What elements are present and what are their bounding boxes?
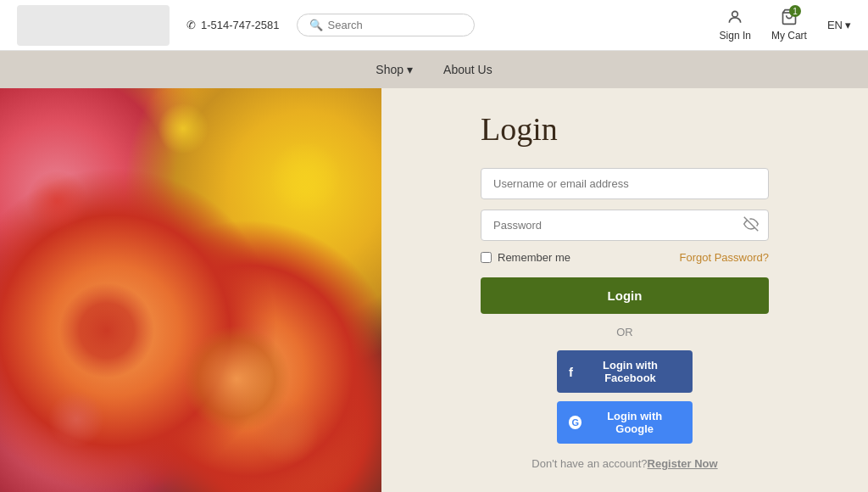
login-box: Login Remember me Forgot Password? (481, 110, 769, 470)
phone-icon: ✆ (186, 19, 196, 31)
toggle-password-icon[interactable] (743, 216, 759, 235)
header-left: ✆ 1-514-747-2581 🔍 (17, 5, 475, 46)
header: ✆ 1-514-747-2581 🔍 Sign In 1 My Cart EN … (0, 0, 868, 51)
remember-me-label[interactable]: Remember me (481, 251, 570, 264)
google-login-button[interactable]: G Login with Google (557, 401, 693, 444)
roses-background (0, 88, 381, 492)
or-divider: OR (481, 326, 769, 338)
user-icon (726, 8, 743, 28)
main-content: Login Remember me Forgot Password? (0, 88, 868, 492)
login-panel: Login Remember me Forgot Password? (381, 88, 868, 492)
remember-row: Remember me Forgot Password? (481, 251, 769, 264)
register-text: Don't have an account?Register Now (481, 457, 769, 470)
search-input[interactable] (328, 19, 464, 31)
facebook-icon: f (569, 365, 573, 379)
cart-button[interactable]: 1 My Cart (771, 8, 807, 42)
username-input[interactable] (481, 168, 769, 199)
nav-bar: Shop ▾ About Us (0, 51, 868, 88)
login-button[interactable]: Login (481, 277, 769, 314)
search-icon: 🔍 (309, 19, 323, 31)
cart-icon: 1 (781, 8, 798, 28)
register-link[interactable]: Register Now (648, 457, 718, 470)
hero-image (0, 88, 381, 492)
logo (17, 5, 170, 46)
sign-in-button[interactable]: Sign In (720, 8, 751, 42)
cart-badge-count: 1 (789, 5, 801, 17)
chevron-down-icon: ▾ (845, 19, 851, 31)
social-row: f Login with Facebook G Login with Googl… (481, 350, 769, 444)
facebook-login-button[interactable]: f Login with Facebook (557, 350, 693, 393)
remember-me-checkbox[interactable] (481, 252, 492, 263)
roses-overlay (0, 88, 381, 492)
login-title: Login (481, 110, 769, 148)
nav-shop[interactable]: Shop ▾ (376, 63, 413, 76)
nav-about[interactable]: About Us (443, 63, 492, 76)
header-right: Sign In 1 My Cart EN ▾ (720, 8, 851, 42)
password-wrapper (481, 210, 769, 241)
forgot-password-link[interactable]: Forgot Password? (680, 251, 770, 264)
password-input[interactable] (481, 210, 769, 241)
chevron-down-icon: ▾ (407, 63, 413, 76)
svg-point-0 (732, 11, 738, 17)
google-icon: G (569, 416, 581, 429)
phone-number: ✆ 1-514-747-2581 (186, 19, 280, 31)
language-selector[interactable]: EN ▾ (827, 19, 851, 31)
search-bar[interactable]: 🔍 (297, 14, 475, 36)
